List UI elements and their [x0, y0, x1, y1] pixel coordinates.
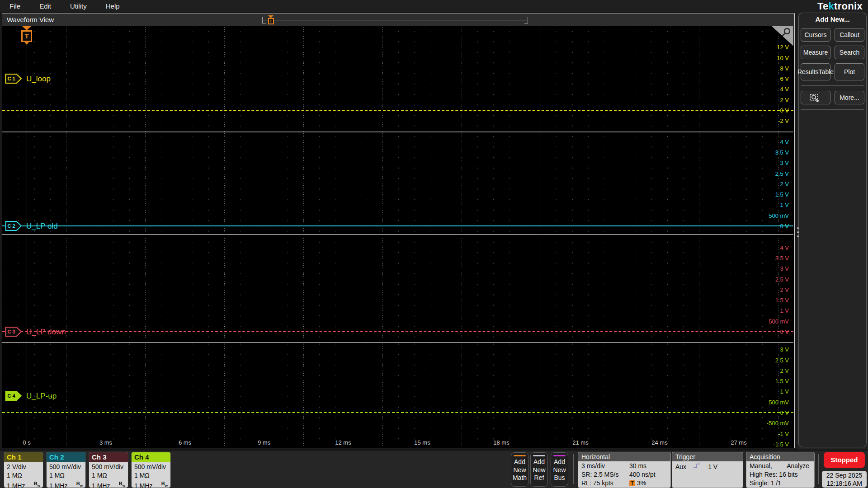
y-axis-tick: 2 V: [730, 180, 789, 187]
waveform-view-titlebar: Waveform View T: [2, 14, 794, 26]
button-line: New: [511, 466, 528, 474]
y-axis-tick: 4 V: [730, 86, 789, 93]
acquisition-panel-title: Acquisition: [746, 452, 814, 461]
trigger-marker-icon[interactable]: T: [20, 26, 33, 45]
svg-text:C 1: C 1: [7, 76, 15, 81]
horizontal-settings-panel[interactable]: Horizontal 3 ms/div30 msSR: 2.5 MS/s400 …: [578, 452, 671, 488]
channel-bandwidth: 1 MHz: [49, 482, 67, 488]
add-new-ref-button[interactable]: AddNewRef: [530, 452, 548, 487]
add-new-callout-button[interactable]: Callout: [835, 28, 864, 42]
add-new-title: Add New...: [799, 15, 866, 23]
channel-badge-header: Ch 1: [4, 452, 43, 462]
time-axis-tick: 27 ms: [724, 439, 753, 446]
horizontal-panel-title: Horizontal: [578, 452, 670, 461]
channel-settings-badge-3[interactable]: Ch 3500 mV/div1 MΩ1 MHzBw: [89, 452, 128, 488]
channel-bandwidth-row: 1 MHzBw: [7, 479, 41, 488]
y-axis-tick: 1 V: [730, 388, 789, 395]
channel-badge-C4[interactable]: C 4U_LP-up: [5, 391, 57, 401]
trigger-source: Aux: [675, 463, 686, 471]
panel-divider: [801, 109, 864, 110]
channel-bandwidth-row: 1 MHzBw: [134, 479, 168, 488]
acquisition-cell: Single: 1 /1: [750, 479, 781, 488]
acquisition-row: Single: 1 /1: [750, 479, 812, 488]
add-new-search-button[interactable]: Search: [835, 46, 864, 59]
trigger-settings-panel[interactable]: Trigger Aux 1 V: [672, 452, 743, 488]
slice-divider[interactable]: [2, 234, 793, 235]
channel-impedance: 1 MΩ: [134, 471, 168, 480]
slice-divider[interactable]: [2, 342, 793, 343]
channel-badge-C1[interactable]: C 1U_loop: [5, 74, 51, 84]
button-accent-line: [533, 455, 545, 456]
acquisition-cell: High Res: 16 bits: [750, 470, 798, 479]
time-axis-tick: 9 ms: [250, 439, 278, 446]
add-new-more-button[interactable]: More...: [835, 91, 864, 104]
waveform-view-window: Waveform View T T 12 V10 V8 V6 V4 V2 V0 …: [2, 13, 795, 448]
channel-settings-badge-1[interactable]: Ch 12 V/div1 MΩ1 MHzBw: [4, 452, 43, 488]
slice-divider[interactable]: [2, 131, 793, 132]
channel-badge-C2[interactable]: C 2U_LP old: [5, 221, 58, 231]
add-new-zoom-select-button[interactable]: [801, 91, 830, 104]
channel-label-C3: U_LP down: [26, 327, 66, 336]
bandwidth-limit-icon: Bw: [34, 479, 41, 488]
y-axis-tick: 1.5 V: [730, 191, 789, 198]
menu-item-utility[interactable]: Utility: [61, 2, 96, 10]
time-axis-tick: 15 ms: [408, 439, 437, 446]
channel-scale: 2 V/div: [7, 463, 41, 471]
channel-slice-4: 3 V2.5 V2 V1.5 V1 V500 mV0 V-500 mV-1 V-…: [2, 343, 793, 448]
channel-label-C4: U_LP-up: [26, 391, 57, 400]
channel-bandwidth-row: 1 MHzBw: [49, 479, 83, 488]
button-line: New: [531, 466, 547, 474]
y-axis-tick: 4 V: [730, 138, 789, 145]
channel-tag-icon: C 1: [5, 74, 22, 84]
menu-bar: FileEditUtilityHelp Tektronix: [0, 0, 868, 12]
channel-bandwidth: 1 MHz: [92, 482, 110, 488]
y-axis-tick: 3 V: [730, 346, 789, 353]
datetime-display[interactable]: 22 Sep 2025 12:18:16 AM: [822, 471, 867, 488]
channel-settings-badge-2[interactable]: Ch 2500 mV/div1 MΩ1 MHzBw: [46, 452, 86, 488]
record-view-bar[interactable]: T: [262, 17, 528, 23]
panel-drag-handle[interactable]: [797, 225, 799, 239]
channel-badge-header: Ch 2: [47, 452, 85, 462]
add-new-cursors-button[interactable]: Cursors: [801, 28, 830, 42]
acquisition-settings-panel[interactable]: Acquisition Manual,AnalyzeHigh Res: 16 b…: [746, 452, 815, 488]
zoom-select-icon: [810, 93, 821, 102]
bottom-bar: Ch 12 V/div1 MΩ1 MHzBwCh 2500 mV/div1 MΩ…: [0, 450, 868, 488]
record-trigger-position-icon[interactable]: T: [268, 15, 274, 24]
channel-badge-body: 2 V/div1 MΩ1 MHzBw: [4, 462, 43, 488]
add-new-plot-button[interactable]: Plot: [835, 63, 864, 80]
run-stop-status-button[interactable]: Stopped: [824, 452, 865, 468]
trigger-panel-title: Trigger: [672, 452, 743, 461]
add-new-measure-button[interactable]: Measure: [801, 46, 830, 59]
menu-item-edit[interactable]: Edit: [30, 2, 61, 10]
y-axis-tick: 3 V: [730, 265, 789, 272]
acquisition-row: High Res: 16 bits: [750, 470, 812, 479]
channel-badge-C3[interactable]: C 3U_LP down: [5, 327, 66, 337]
tektronix-logo: Tektronix: [817, 0, 863, 12]
horizontal-cell: 400 ns/pt: [629, 470, 668, 479]
add-new-bus-button[interactable]: AddNewBus: [551, 452, 568, 487]
y-axis-tick: 0 V: [730, 409, 789, 416]
y-axis-tick: -500 mV: [730, 420, 789, 427]
y-axis-tick: 4 V: [730, 244, 789, 251]
date-label: 22 Sep 2025: [822, 471, 867, 479]
button-line: Add: [531, 458, 547, 466]
menu-item-help[interactable]: Help: [96, 2, 129, 10]
panel-divider: [801, 85, 864, 86]
y-axis-tick: 1.5 V: [730, 297, 789, 304]
channel-bandwidth-row: 1 MHzBw: [92, 479, 126, 488]
menu-item-file[interactable]: File: [0, 2, 30, 10]
y-axis-tick: 3 V: [730, 160, 789, 166]
record-view-line: [263, 20, 527, 20]
y-axis-tick: 1 V: [730, 307, 789, 314]
horizontal-cell: SR: 2.5 MS/s: [581, 470, 629, 479]
y-axis-tick: 2 V: [730, 367, 789, 374]
channel-impedance: 1 MΩ: [49, 471, 83, 480]
svg-text:C 2: C 2: [7, 223, 15, 229]
add-new-math-button[interactable]: AddNewMath: [511, 452, 528, 487]
channel-settings-badge-4[interactable]: Ch 4500 mV/div1 MΩ1 MHzBw: [131, 452, 171, 488]
y-axis-tick: 6 V: [730, 75, 789, 82]
horizontal-cell: RL: 75 kpts: [581, 479, 629, 488]
y-axis-tick: 2.5 V: [730, 170, 789, 177]
waveform-plot-area[interactable]: T 12 V10 V8 V6 V4 V2 V0 V-2 VC 1U_loop4 …: [2, 26, 793, 448]
add-new-results-table-button[interactable]: ResultsTable: [801, 63, 830, 80]
